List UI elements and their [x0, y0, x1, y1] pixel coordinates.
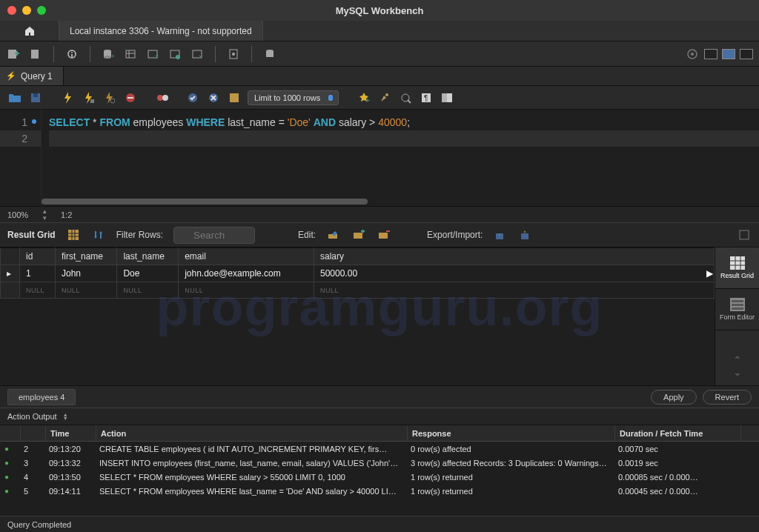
editor-horizontal-scrollbar[interactable]	[42, 199, 752, 206]
connection-tab[interactable]: Local instance 3306 - Warning - not supp…	[59, 21, 263, 41]
invisible-chars-icon[interactable]	[398, 90, 413, 105]
editor-code[interactable]: SELECT * FROM employees WHERE last_name …	[42, 110, 759, 206]
cell-email[interactable]: john.doe@example.com	[179, 265, 314, 282]
svg-point-17	[176, 55, 180, 59]
wrap-cell-icon[interactable]	[737, 227, 752, 242]
snippets-icon[interactable]	[440, 90, 454, 105]
cell-first-name[interactable]: John	[56, 265, 117, 282]
svg-rect-52	[362, 230, 364, 233]
db-icon-1[interactable]: +	[101, 47, 116, 61]
result-set-tab-label: employees 4	[19, 393, 64, 402]
ao-row[interactable]: ● 3 09:13:32 INSERT INTO employees (firs…	[0, 456, 759, 470]
col-salary[interactable]: salary	[314, 248, 715, 265]
result-grid[interactable]: id first_name last_name email salary ▸ 1…	[0, 247, 715, 385]
sql-editor[interactable]: 1 2 SELECT * FROM employees WHERE last_n…	[0, 110, 759, 206]
chevron-down-icon[interactable]: ⌄	[733, 366, 742, 378]
layout-left-panel[interactable]	[704, 49, 717, 59]
grid-new-row[interactable]: NULL NULL NULL NULL NULL	[1, 282, 715, 299]
stop-icon[interactable]	[123, 90, 138, 105]
ao-response: 0 row(s) affected	[406, 445, 614, 453]
result-footer: employees 4 Apply Revert	[0, 385, 759, 408]
commit-icon[interactable]	[185, 90, 200, 105]
delete-row-icon[interactable]	[377, 227, 391, 242]
home-tab[interactable]	[0, 21, 59, 41]
toggle-limit-icon[interactable]	[227, 90, 242, 105]
ao-col-action: Action	[96, 425, 408, 441]
col-id[interactable]: id	[20, 248, 56, 265]
ao-row[interactable]: ● 2 09:13:20 CREATE TABLE employees ( id…	[0, 442, 759, 456]
side-form-editor[interactable]: Form Editor	[715, 289, 759, 330]
cell-null[interactable]: NULL	[179, 282, 314, 299]
limit-rows-select[interactable]: Limit to 1000 rows	[248, 90, 339, 105]
query-toolbar: Limit to 1000 rows + ¶	[0, 86, 759, 110]
cell-null[interactable]: NULL	[20, 282, 56, 299]
row-marker[interactable]: ▸	[1, 265, 20, 282]
save-file-icon[interactable]	[28, 90, 43, 105]
db-icon-5[interactable]	[190, 47, 205, 61]
beautify-icon[interactable]: +	[357, 90, 371, 105]
find-icon[interactable]	[377, 90, 392, 105]
wrap-icon[interactable]: ¶	[419, 90, 434, 105]
inspector-icon[interactable]	[64, 47, 79, 61]
export-icon[interactable]	[493, 227, 508, 242]
execute-icon[interactable]	[61, 90, 76, 105]
svg-rect-26	[33, 93, 38, 97]
ao-header-row: Time Action Response Duration / Fetch Ti…	[0, 425, 759, 442]
rollback-icon[interactable]	[206, 90, 221, 105]
cell-null[interactable]: NULL	[56, 282, 117, 299]
db-doc-icon[interactable]	[226, 47, 241, 61]
editor-cursor-pos: 1:2	[61, 210, 72, 219]
db-icon-4[interactable]	[168, 47, 182, 61]
execute-current-icon[interactable]	[82, 90, 96, 105]
chevron-up-icon[interactable]: ⌃	[733, 354, 742, 366]
cell-last-name[interactable]: Doe	[117, 265, 179, 282]
db-icon-3[interactable]: +	[145, 47, 160, 61]
action-output-select[interactable]: Action Output ▲▼	[7, 412, 68, 421]
db-server-icon[interactable]	[262, 47, 277, 61]
results-toolbar: Result Grid Filter Rows: Edit: Export/Im…	[0, 222, 759, 247]
edit-row-icon[interactable]	[326, 227, 341, 242]
explain-icon[interactable]	[102, 90, 117, 105]
sort-icon[interactable]	[91, 227, 106, 242]
grid-corner	[1, 248, 20, 265]
col-last-name[interactable]: last_name	[117, 248, 179, 265]
grid-row[interactable]: ▸ 1 John Doe john.doe@example.com 50000.…	[1, 265, 715, 282]
side-panel-scroll[interactable]: ⌃ ⌄	[733, 347, 742, 385]
layout-right-panel[interactable]	[740, 49, 753, 59]
revert-button[interactable]: Revert	[703, 390, 752, 405]
grid-view-icon[interactable]	[66, 227, 81, 242]
apply-button[interactable]: Apply	[651, 390, 697, 405]
add-row-icon[interactable]	[351, 227, 366, 242]
open-file-icon[interactable]	[7, 90, 22, 105]
side-result-grid[interactable]: Result Grid	[715, 247, 759, 289]
cell-null[interactable]: NULL	[117, 282, 179, 299]
filter-search-input[interactable]	[173, 227, 255, 244]
result-grid-title: Result Grid	[7, 230, 56, 240]
ao-row[interactable]: ● 4 09:13:50 SELECT * FROM employees WHE…	[0, 470, 759, 484]
row-marker[interactable]	[1, 282, 20, 299]
ao-action: SELECT * FROM employees WHERE salary > 5…	[95, 473, 406, 482]
toggle-autocommit-icon[interactable]	[156, 90, 170, 105]
zoom-stepper-icon[interactable]: ▲▼	[42, 208, 47, 222]
col-email[interactable]: email	[179, 248, 314, 265]
ao-col-duration: Duration / Fetch Time	[615, 425, 741, 441]
result-set-tab[interactable]: employees 4	[7, 389, 76, 405]
cell-id[interactable]: 1	[20, 265, 56, 282]
open-sql-file-icon[interactable]	[28, 47, 43, 61]
db-icon-2[interactable]	[123, 47, 138, 61]
grid-scroll-right-icon[interactable]: ▶	[706, 268, 713, 279]
svg-text:+: +	[155, 53, 159, 60]
cell-null[interactable]: NULL	[314, 282, 715, 299]
status-ok-icon: ●	[0, 473, 19, 481]
query-tab[interactable]: ⚡ Query 1	[0, 67, 64, 85]
svg-text:+: +	[365, 96, 370, 104]
import-icon[interactable]	[518, 227, 533, 242]
cell-salary[interactable]: 50000.00	[314, 265, 715, 282]
col-first-name[interactable]: first_name	[56, 248, 117, 265]
svg-rect-30	[127, 97, 133, 99]
ao-row[interactable]: ● 5 09:14:11 SELECT * FROM employees WHE…	[0, 484, 759, 498]
layout-bottom-panel[interactable]	[722, 49, 735, 59]
ao-time: 09:13:50	[44, 473, 95, 482]
settings-gear-icon[interactable]	[685, 47, 700, 61]
new-sql-tab-icon[interactable]	[6, 47, 21, 61]
